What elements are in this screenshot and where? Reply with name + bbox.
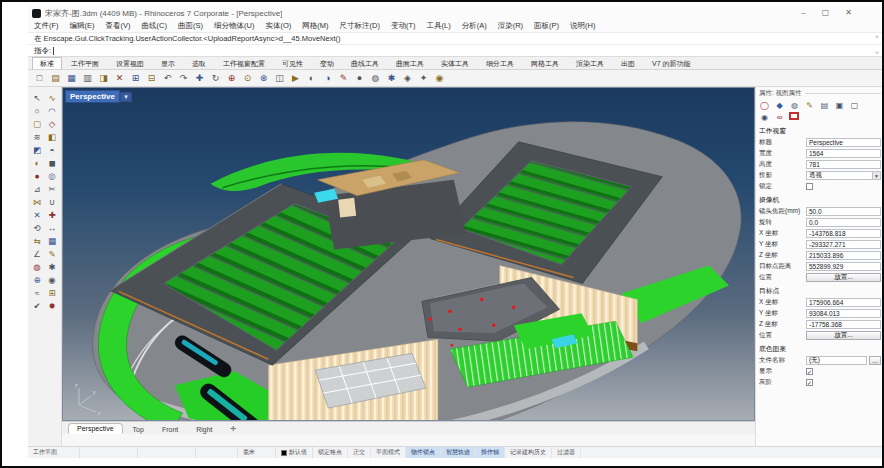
viewport-layout-icon[interactable]: ◫ xyxy=(273,72,286,85)
toolbar-tab[interactable]: 选取 xyxy=(184,57,214,69)
perspective-viewport[interactable]: Perspective ▼ xyxy=(62,87,755,421)
control-point-curve-icon[interactable]: ∿ xyxy=(45,91,59,104)
toolbar-tab[interactable]: 实体工具 xyxy=(433,57,477,69)
property-value-input[interactable]: 93084.013 xyxy=(806,309,881,318)
property-value-input[interactable]: -17758.368 xyxy=(806,320,881,329)
menu-item[interactable]: 变动(T) xyxy=(391,21,416,31)
show-object-icon[interactable]: ▶ xyxy=(289,72,302,85)
copy-icon[interactable]: ⊞ xyxy=(129,72,142,85)
property-value-input[interactable]: 0.0 xyxy=(806,218,881,227)
viewport-title-dropdown-icon[interactable]: ▼ xyxy=(120,92,132,102)
toolbar-tab[interactable]: 出图 xyxy=(613,57,643,69)
new-file-icon[interactable]: □ xyxy=(33,72,46,85)
status-toggle[interactable]: 锁定格点 xyxy=(313,447,348,458)
show-checkbox[interactable]: ✓ xyxy=(806,368,813,375)
scroll-down-icon[interactable]: ˅ xyxy=(875,50,879,56)
menu-item[interactable]: 实体(O) xyxy=(265,21,291,31)
shaded-view-icon[interactable]: ◐ xyxy=(305,72,318,85)
hyperlink-icon[interactable]: ∞ xyxy=(774,112,785,122)
join-icon[interactable]: ∪ xyxy=(45,195,59,208)
zoom-window-icon[interactable]: ⊕ xyxy=(225,72,238,85)
menu-item[interactable]: 查看(V) xyxy=(106,21,131,31)
target-place-button[interactable]: 放置... xyxy=(806,331,881,340)
property-value-input[interactable]: 781 xyxy=(806,160,881,169)
split-icon[interactable]: ⋈ xyxy=(30,195,44,208)
select-arrow-icon[interactable]: ↖ xyxy=(30,91,44,104)
text-icon[interactable]: ✎ xyxy=(45,247,59,260)
menu-item[interactable]: 分析(A) xyxy=(462,21,487,31)
material-icon[interactable]: ◆ xyxy=(774,100,785,110)
options2-icon[interactable]: ✱ xyxy=(45,260,59,273)
status-cplane[interactable]: 工作平面 xyxy=(28,447,80,458)
wallpaper-filename-input[interactable]: (无) xyxy=(806,356,867,365)
delete-object-icon[interactable]: ✕ xyxy=(30,208,44,221)
move-icon[interactable]: ✚ xyxy=(45,208,59,221)
property-value-input[interactable]: -293327.271 xyxy=(806,240,881,249)
pan-view-icon[interactable]: ✚ xyxy=(193,72,206,85)
status-layer[interactable]: 默认值 xyxy=(276,447,313,458)
open-file-icon[interactable]: ▤ xyxy=(49,72,62,85)
viewport-tab[interactable]: ✛ xyxy=(223,424,245,434)
layout-icon[interactable]: ⊞ xyxy=(45,286,59,299)
render-tools-icon[interactable]: ◍ xyxy=(30,260,44,273)
status-toggle[interactable]: 智慧轨迹 xyxy=(441,447,476,458)
property-value-input[interactable]: 1564 xyxy=(806,149,881,158)
menu-item[interactable]: 尺寸标注(D) xyxy=(340,21,380,31)
rotate-view-icon[interactable]: ↻ xyxy=(209,72,222,85)
toolbar-tab[interactable]: 曲线工具 xyxy=(343,57,387,69)
detail-icon[interactable]: ▣ xyxy=(834,100,845,110)
toolbar-tab[interactable]: 设置视图 xyxy=(108,57,152,69)
object-properties-icon[interactable]: ◯ xyxy=(759,100,770,110)
cylinder-icon[interactable]: ◎ xyxy=(45,169,59,182)
check-icon[interactable]: ✔ xyxy=(30,299,44,312)
status-toggle[interactable]: 记录建构历史 xyxy=(505,447,552,458)
viewport-properties-icon[interactable] xyxy=(789,112,799,120)
toolbar-tab[interactable]: 细分工具 xyxy=(478,57,522,69)
boolean-icon[interactable]: ◐ xyxy=(30,156,44,169)
viewport-tab[interactable]: Right xyxy=(188,425,220,434)
toolbar-tab[interactable]: 可见性 xyxy=(274,57,311,69)
sun-icon[interactable]: ◉ xyxy=(433,72,446,85)
polygon-icon[interactable]: ◇ xyxy=(45,117,59,130)
status-toggle[interactable]: 平面模式 xyxy=(371,447,406,458)
menu-item[interactable]: 编辑(E) xyxy=(70,21,95,31)
property-value-input[interactable]: -143768.818 xyxy=(806,229,881,238)
toolbar-tab[interactable]: 渲染工具 xyxy=(568,57,612,69)
toolbar-tab[interactable]: V7 的新功能 xyxy=(644,57,699,69)
viewport-tab[interactable]: Front xyxy=(154,425,186,434)
arc-icon[interactable]: ◠ xyxy=(45,104,59,117)
dimension-icon[interactable]: ∠ xyxy=(30,247,44,260)
locked-checkbox[interactable] xyxy=(806,183,813,190)
status-toggle[interactable]: 过滤器 xyxy=(552,447,581,458)
point-icon[interactable]: ◉ xyxy=(45,273,59,286)
texture-mapping-icon[interactable]: ◍ xyxy=(789,100,800,110)
camera-place-button[interactable]: 放置... xyxy=(806,273,881,282)
revolve-icon[interactable]: ◓ xyxy=(45,143,59,156)
grayscale-checkbox[interactable]: ✓ xyxy=(806,379,813,386)
display-monitor-icon[interactable]: ▢ xyxy=(849,100,860,110)
menu-item[interactable]: 说明(H) xyxy=(570,21,595,31)
curve-tools-icon[interactable]: ≈ xyxy=(30,286,44,299)
decal-icon[interactable]: ▤ xyxy=(819,100,830,110)
copy-view-icon[interactable]: ◨ xyxy=(97,72,110,85)
lamp-icon[interactable]: ✹ xyxy=(45,299,59,312)
menu-item[interactable]: 网格(M) xyxy=(302,21,328,31)
status-toggle[interactable]: 正交 xyxy=(348,447,371,458)
toolbar-tab[interactable]: 工作平面 xyxy=(63,57,107,69)
mesh-icon[interactable]: ⊿ xyxy=(30,182,44,195)
rendered-view-icon[interactable]: ◑ xyxy=(321,72,334,85)
corner-surface-icon[interactable]: ◧ xyxy=(45,130,59,143)
toolbar-tab[interactable]: 网格工具 xyxy=(523,57,567,69)
property-value-input[interactable]: 215033.896 xyxy=(806,251,881,260)
annotation-pen-icon[interactable]: ✎ xyxy=(804,100,815,110)
paste-icon[interactable]: ⊟ xyxy=(145,72,158,85)
menu-item[interactable]: 工具(L) xyxy=(427,21,451,31)
rectangle-icon[interactable]: ▢ xyxy=(30,117,44,130)
menu-item[interactable]: 渲染(R) xyxy=(498,21,523,31)
toolbar-tab[interactable]: 工作视窗配置 xyxy=(215,57,273,69)
lighting-icon[interactable]: ✦ xyxy=(417,72,430,85)
viewport-title[interactable]: Perspective ▼ xyxy=(65,90,132,103)
projection-select[interactable]: 透视 xyxy=(806,171,873,180)
toolbar-tab[interactable]: 曲面工具 xyxy=(388,57,432,69)
close-button[interactable]: ✕ xyxy=(845,8,852,18)
